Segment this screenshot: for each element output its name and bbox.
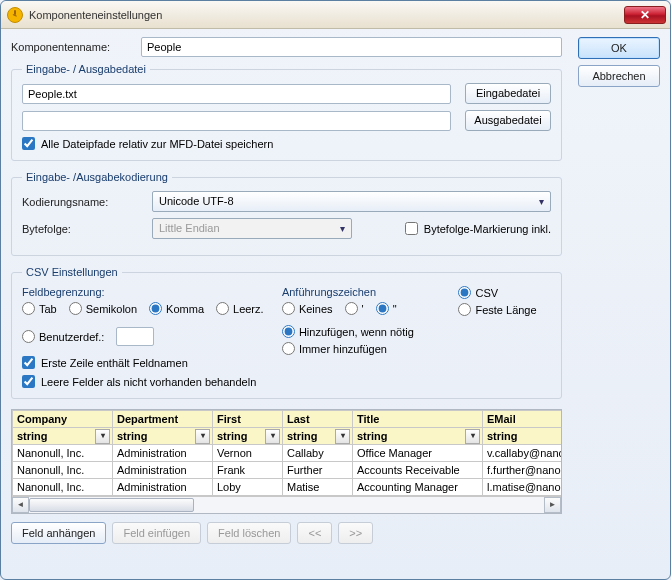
delimiter-title: Feldbegrenzung: [22, 286, 272, 298]
column-header[interactable]: EMail [483, 411, 563, 428]
mode-fixed[interactable]: Feste Länge [458, 303, 551, 316]
table-cell[interactable]: Matise [283, 479, 353, 496]
csv-settings-group: CSV Einstellungen Feldbegrenzung: Tab Se… [11, 266, 562, 399]
output-file-field[interactable] [22, 111, 451, 131]
quote-always[interactable]: Immer hinzufügen [282, 342, 449, 355]
column-type-select[interactable]: string [283, 428, 353, 445]
ok-button[interactable]: OK [578, 37, 660, 59]
column-header[interactable]: Last [283, 411, 353, 428]
table-cell[interactable]: f.further@nanonull.com [483, 462, 563, 479]
column-header[interactable]: Department [113, 411, 213, 428]
encoding-group: Eingabe- /Ausgabekodierung Kodierungsnam… [11, 171, 562, 256]
table-cell[interactable]: Administration [113, 462, 213, 479]
scroll-right-arrow[interactable]: ► [544, 497, 561, 513]
table-cell[interactable]: Office Manager [353, 445, 483, 462]
delimiter-tab[interactable]: Tab [22, 302, 57, 315]
component-name-input[interactable] [141, 37, 562, 57]
empty-as-null-checkbox[interactable]: Leere Felder als nicht vorhanden behande… [22, 375, 272, 388]
component-name-label: Komponentenname: [11, 41, 133, 53]
table-row[interactable]: Nanonull, Inc.AdministrationFrankFurther… [13, 462, 563, 479]
table-cell[interactable]: Further [283, 462, 353, 479]
field-next-button: >> [338, 522, 373, 544]
byte-order-label: Bytefolge: [22, 223, 144, 235]
relative-paths-input[interactable] [22, 137, 35, 150]
column-type-select[interactable]: string [13, 428, 113, 445]
output-file-button[interactable]: Ausgabedatei [465, 110, 551, 131]
table-cell[interactable]: Administration [113, 479, 213, 496]
first-row-header-checkbox[interactable]: Erste Zeile enthält Feldnamen [22, 356, 272, 369]
horizontal-scrollbar[interactable]: ◄ ► [12, 496, 561, 513]
io-file-group: Eingabe- / Ausgabedatei Eingabedatei Aus… [11, 63, 562, 161]
quote-single[interactable]: ' [345, 302, 364, 315]
quote-double[interactable]: " [376, 302, 397, 315]
field-append-button[interactable]: Feld anhängen [11, 522, 106, 544]
field-prev-button: << [297, 522, 332, 544]
window-title: Komponenteneinstellungen [29, 9, 162, 21]
bom-label: Bytefolge-Markierung inkl. [424, 223, 551, 235]
input-file-field[interactable] [22, 84, 451, 104]
table-cell[interactable]: Nanonull, Inc. [13, 479, 113, 496]
io-file-legend: Eingabe- / Ausgabedatei [22, 63, 150, 75]
input-file-button[interactable]: Eingabedatei [465, 83, 551, 104]
mode-csv[interactable]: CSV [458, 286, 551, 299]
column-type-select[interactable]: string [353, 428, 483, 445]
bom-checkbox[interactable]: Bytefolge-Markierung inkl. [405, 222, 551, 235]
table-cell[interactable]: Frank [213, 462, 283, 479]
column-header[interactable]: Company [13, 411, 113, 428]
relative-paths-checkbox[interactable]: Alle Dateipfade relativ zur MFD-Datei sp… [22, 137, 551, 150]
field-delete-button: Feld löschen [207, 522, 291, 544]
delimiter-custom[interactable]: Benutzerdef.: [22, 330, 104, 343]
byte-order-select: Little Endian [152, 218, 352, 239]
table-cell[interactable]: Vernon [213, 445, 283, 462]
quotes-title: Anführungszeichen [282, 286, 449, 298]
delimiter-custom-field[interactable] [116, 327, 154, 346]
column-type-select[interactable]: string [213, 428, 283, 445]
table-cell[interactable]: l.matise@nanonull.com [483, 479, 563, 496]
field-insert-button: Feld einfügen [112, 522, 201, 544]
table-row[interactable]: Nanonull, Inc.AdministrationLobyMatiseAc… [13, 479, 563, 496]
quote-when-needed[interactable]: Hinzufügen, wenn nötig [282, 325, 449, 338]
encoding-name-select[interactable]: Unicode UTF-8 [152, 191, 551, 212]
scroll-thumb[interactable] [29, 498, 194, 512]
delimiter-comma[interactable]: Komma [149, 302, 204, 315]
table-cell[interactable]: Accounts Receivable [353, 462, 483, 479]
column-header[interactable]: First [213, 411, 283, 428]
bom-input[interactable] [405, 222, 418, 235]
table-cell[interactable]: Nanonull, Inc. [13, 462, 113, 479]
quote-none[interactable]: Keines [282, 302, 333, 315]
csv-settings-legend: CSV Einstellungen [22, 266, 122, 278]
relative-paths-label: Alle Dateipfade relativ zur MFD-Datei sp… [41, 138, 273, 150]
delimiter-space[interactable]: Leerz. [216, 302, 264, 315]
cancel-button[interactable]: Abbrechen [578, 65, 660, 87]
table-cell[interactable]: Callaby [283, 445, 353, 462]
close-button[interactable]: ✕ [624, 6, 666, 24]
column-type-select[interactable]: string [113, 428, 213, 445]
encoding-name-label: Kodierungsname: [22, 196, 144, 208]
table-cell[interactable]: Administration [113, 445, 213, 462]
encoding-legend: Eingabe- /Ausgabekodierung [22, 171, 172, 183]
preview-table: CompanyDepartmentFirstLastTitleEMail str… [11, 409, 562, 514]
scroll-left-arrow[interactable]: ◄ [12, 497, 29, 513]
table-cell[interactable]: Nanonull, Inc. [13, 445, 113, 462]
table-row[interactable]: Nanonull, Inc.AdministrationVernonCallab… [13, 445, 563, 462]
delimiter-semicolon[interactable]: Semikolon [69, 302, 137, 315]
column-type-select[interactable]: string [483, 428, 563, 445]
column-header[interactable]: Title [353, 411, 483, 428]
table-cell[interactable]: Loby [213, 479, 283, 496]
table-cell[interactable]: Accounting Manager [353, 479, 483, 496]
app-icon [7, 7, 23, 23]
table-cell[interactable]: v.callaby@nanonull.com [483, 445, 563, 462]
